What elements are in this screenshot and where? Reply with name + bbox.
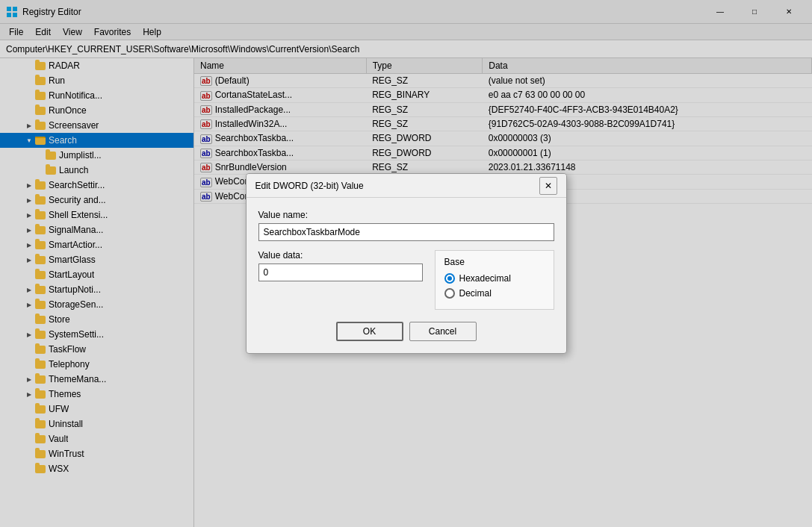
dialog-title: Edit DWORD (32-bit) Value <box>255 181 539 191</box>
base-section: Base Hexadecimal Decimal <box>435 250 554 310</box>
hex-radio-label: Hexadecimal <box>459 273 511 284</box>
hex-radio-button[interactable] <box>444 273 455 284</box>
dialog-close-button[interactable]: ✕ <box>539 177 557 195</box>
edit-dword-dialog: Edit DWORD (32-bit) Value ✕ Value name: … <box>246 173 567 354</box>
value-data-label: Value data: <box>258 250 423 261</box>
dialog-buttons: OK Cancel <box>258 322 554 341</box>
cancel-button[interactable]: Cancel <box>409 322 477 341</box>
dialog-body: Value name: Value data: Base Hexadecimal <box>247 198 566 353</box>
hexadecimal-radio[interactable]: Hexadecimal <box>444 273 545 284</box>
value-name-label: Value name: <box>258 210 554 220</box>
decimal-radio[interactable]: Decimal <box>444 288 545 299</box>
ok-button[interactable]: OK <box>336 322 403 341</box>
dec-radio-button[interactable] <box>444 288 455 299</box>
hex-radio-dot <box>447 276 452 281</box>
dec-radio-label: Decimal <box>459 288 492 299</box>
value-data-section: Value data: <box>258 250 423 281</box>
value-name-input[interactable] <box>258 223 554 241</box>
dialog-overlay: Edit DWORD (32-bit) Value ✕ Value name: … <box>0 0 812 527</box>
base-label: Base <box>444 257 545 267</box>
dialog-row: Value data: Base Hexadecimal Decimal <box>258 250 554 310</box>
value-data-input[interactable] <box>258 264 423 281</box>
dialog-title-bar: Edit DWORD (32-bit) Value ✕ <box>247 174 566 198</box>
